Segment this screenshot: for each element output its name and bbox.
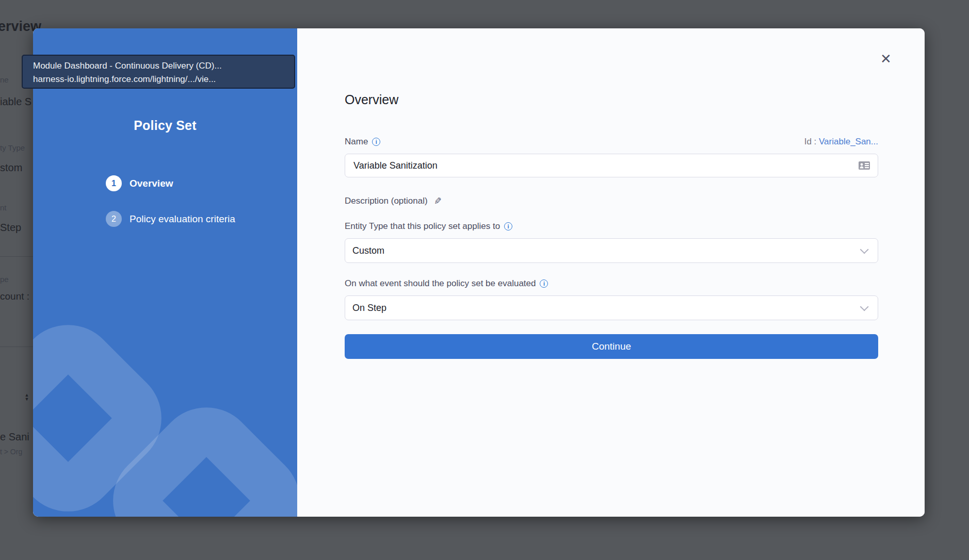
info-icon[interactable]: i — [372, 138, 380, 146]
bg-type-label: pe — [0, 275, 9, 284]
step-label: Overview — [130, 178, 173, 189]
event-select[interactable]: On Step — [345, 295, 878, 320]
chevron-down-icon — [860, 245, 869, 254]
bg-row-name: e Sani — [0, 431, 29, 443]
edit-pencil-icon[interactable]: ✎ — [433, 195, 442, 207]
bg-event-label: nt — [0, 203, 7, 212]
wizard-title: Policy Set — [33, 118, 297, 133]
policy-set-modal: Policy Set 1 Overview 2 Policy evaluatio… — [33, 28, 925, 517]
description-label: Description (optional) — [345, 196, 428, 206]
event-value: On Step — [352, 303, 386, 314]
bg-divider — [0, 256, 33, 257]
sort-icon: ▲ ▼ — [23, 393, 31, 401]
step-label: Policy evaluation criteria — [130, 213, 235, 225]
id-prefix: Id : — [804, 137, 817, 146]
wizard-sidebar: Policy Set 1 Overview 2 Policy evaluatio… — [33, 28, 297, 517]
bg-divider — [0, 347, 33, 347]
bg-entity-value: stom — [0, 162, 22, 174]
bg-name-value: iable S — [0, 96, 31, 108]
sort-down-icon: ▼ — [25, 397, 29, 401]
step-number-badge: 1 — [106, 175, 122, 191]
bg-name-label: ne — [0, 75, 9, 84]
id-link[interactable]: Variable_San... — [819, 137, 878, 146]
name-input[interactable] — [352, 160, 858, 172]
bg-account-value: count : — [0, 291, 29, 302]
entity-type-label: Entity Type that this policy set applies… — [345, 221, 500, 232]
step-number-badge: 2 — [106, 211, 122, 227]
browser-tab-tooltip: Module Dashboard - Continuous Delivery (… — [22, 55, 295, 89]
tab-tooltip-title: Module Dashboard - Continuous Delivery (… — [33, 59, 284, 73]
entity-type-value: Custom — [352, 245, 384, 256]
tab-tooltip-url: harness-io.lightning.force.com/lightning… — [33, 73, 284, 86]
info-icon[interactable]: i — [540, 279, 548, 288]
bg-event-value: Step — [0, 222, 21, 234]
event-label: On what event should the policy set be e… — [345, 278, 536, 289]
overview-step-panel: ✕ Overview Name i Id : Variable_San... — [297, 28, 925, 517]
name-label-row: Name i — [345, 137, 380, 147]
bg-entity-label: ty Type — [0, 143, 25, 152]
form-heading: Overview — [345, 92, 398, 107]
name-field-wrapper — [345, 154, 878, 177]
id-card-icon[interactable] — [858, 161, 870, 170]
entity-type-label-row: Entity Type that this policy set applies… — [345, 221, 512, 232]
wizard-step-overview[interactable]: 1 Overview — [106, 175, 173, 191]
close-icon[interactable]: ✕ — [877, 50, 895, 68]
entity-type-select[interactable]: Custom — [345, 238, 878, 263]
wizard-step-policy-evaluation-criteria[interactable]: 2 Policy evaluation criteria — [106, 211, 235, 227]
bg-row-scope: t > Org — [0, 448, 22, 456]
info-icon[interactable]: i — [504, 222, 512, 230]
description-label-row: Description (optional) ✎ — [345, 195, 442, 207]
chevron-down-icon — [860, 302, 869, 311]
event-label-row: On what event should the policy set be e… — [345, 278, 548, 289]
name-label: Name — [345, 137, 368, 147]
entity-id: Id : Variable_San... — [804, 137, 878, 147]
continue-button[interactable]: Continue — [345, 334, 878, 359]
